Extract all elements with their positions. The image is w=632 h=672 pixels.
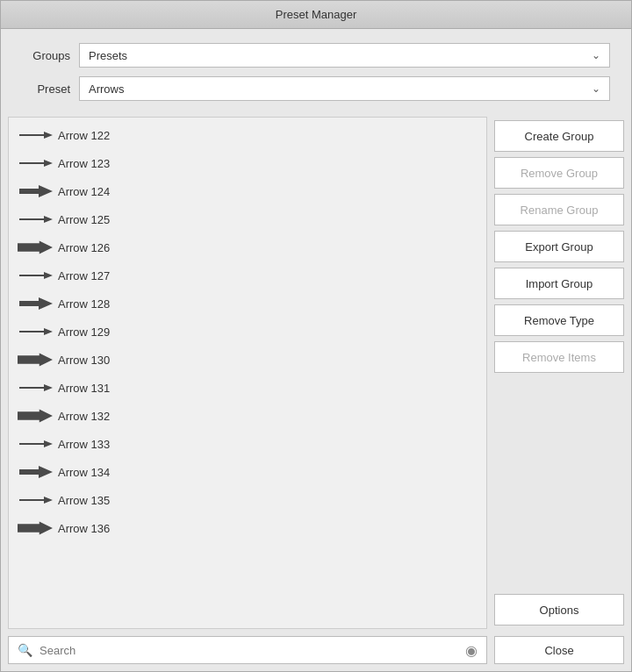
preset-list-scroll[interactable]: Arrow 122 Arrow 123 Arrow 124 Arrow 125 …: [9, 118, 486, 628]
remove-items-button: Remove Items: [494, 341, 624, 373]
preset-value: Arrows: [89, 82, 124, 96]
list-item[interactable]: Arrow 124: [9, 177, 486, 205]
svg-rect-14: [19, 469, 40, 475]
svg-marker-5: [18, 240, 53, 254]
arrow-shape-icon: [18, 267, 53, 284]
list-item[interactable]: Arrow 125: [9, 205, 486, 233]
svg-marker-0: [19, 132, 53, 139]
remove-type-button[interactable]: Remove Type: [494, 304, 624, 336]
arrow-shape-icon: [18, 182, 53, 200]
export-group-button[interactable]: Export Group: [494, 231, 624, 262]
list-item-label: Arrow 131: [58, 382, 110, 395]
list-item-label: Arrow 129: [58, 325, 110, 339]
buttons-panel: Create GroupRemove GroupRename GroupExpo…: [494, 117, 624, 629]
arrow-shape-icon: [18, 211, 53, 228]
chevron-down-icon: ⌄: [592, 82, 600, 95]
list-item[interactable]: Arrow 136: [9, 514, 486, 542]
list-item[interactable]: Arrow 127: [9, 261, 486, 290]
arrow-shape-icon: [18, 239, 53, 256]
svg-rect-7: [19, 301, 40, 306]
list-item-label: Arrow 133: [58, 438, 110, 451]
bottom-area: 🔍 ◉ Close: [1, 629, 631, 671]
list-item-label: Arrow 123: [58, 157, 110, 170]
list-item[interactable]: Arrow 126: [9, 233, 486, 261]
arrow-shape-icon: [18, 379, 53, 397]
clear-search-icon[interactable]: ◉: [465, 642, 478, 659]
svg-marker-8: [39, 297, 53, 310]
svg-rect-2: [19, 189, 40, 194]
remove-group-button: Remove Group: [494, 157, 624, 189]
title-bar: Preset Manager: [1, 1, 631, 29]
arrow-shape-icon: [18, 407, 53, 425]
svg-marker-12: [18, 409, 53, 422]
search-input[interactable]: [40, 644, 458, 657]
arrow-shape-icon: [18, 491, 53, 509]
list-item-label: Arrow 128: [58, 297, 110, 311]
groups-value: Presets: [89, 49, 127, 62]
list-item[interactable]: Arrow 131: [9, 374, 486, 402]
svg-marker-4: [19, 216, 53, 223]
list-item[interactable]: Arrow 123: [9, 149, 486, 177]
list-item-label: Arrow 126: [58, 241, 110, 254]
close-button[interactable]: Close: [494, 636, 624, 664]
list-item-label: Arrow 134: [58, 466, 110, 479]
svg-marker-3: [39, 185, 53, 197]
arrow-shape-icon: [18, 519, 53, 537]
import-group-button[interactable]: Import Group: [494, 268, 624, 299]
arrow-shape-icon: [18, 295, 53, 312]
svg-marker-1: [19, 160, 53, 167]
svg-marker-17: [18, 521, 53, 534]
arrow-shape-icon: [18, 154, 53, 172]
options-button[interactable]: Options: [494, 594, 624, 626]
main-area: Arrow 122 Arrow 123 Arrow 124 Arrow 125 …: [1, 117, 631, 629]
rename-group-button: Rename Group: [494, 194, 624, 225]
list-item-label: Arrow 124: [58, 185, 110, 198]
list-item[interactable]: Arrow 130: [9, 346, 486, 374]
svg-marker-11: [19, 384, 53, 391]
search-box: 🔍 ◉: [8, 636, 487, 664]
svg-marker-6: [19, 272, 53, 279]
list-item[interactable]: Arrow 132: [9, 402, 486, 430]
chevron-down-icon: ⌄: [592, 49, 600, 61]
list-item-label: Arrow 136: [58, 522, 110, 535]
groups-label: Groups: [22, 49, 70, 62]
list-item-label: Arrow 127: [58, 269, 110, 282]
list-item[interactable]: Arrow 128: [9, 290, 486, 318]
arrow-shape-icon: [18, 435, 53, 453]
list-item[interactable]: Arrow 134: [9, 458, 486, 486]
list-item-label: Arrow 132: [58, 410, 110, 423]
preset-dropdown[interactable]: Arrows ⌄: [79, 76, 610, 101]
preset-row: Preset Arrows ⌄: [22, 76, 610, 101]
arrow-shape-icon: [18, 463, 53, 481]
controls-area: Groups Presets ⌄ Preset Arrows ⌄: [1, 29, 631, 117]
list-item-label: Arrow 125: [58, 213, 110, 226]
spacer: [494, 378, 624, 589]
list-item[interactable]: Arrow 135: [9, 486, 486, 514]
arrow-shape-icon: [18, 351, 53, 368]
create-group-button[interactable]: Create Group: [494, 120, 624, 152]
preset-label: Preset: [22, 82, 70, 96]
arrow-shape-icon: [18, 323, 53, 340]
list-item[interactable]: Arrow 133: [9, 430, 486, 458]
list-item-label: Arrow 122: [58, 129, 110, 142]
svg-marker-15: [39, 466, 53, 478]
preset-manager-dialog: Preset Manager Groups Presets ⌄ Preset A…: [0, 0, 632, 672]
groups-dropdown[interactable]: Presets ⌄: [79, 43, 610, 68]
list-item-label: Arrow 130: [58, 354, 110, 367]
list-item[interactable]: Arrow 122: [9, 121, 486, 149]
svg-marker-10: [18, 353, 53, 366]
arrow-shape-icon: [18, 126, 53, 144]
list-item-label: Arrow 135: [58, 494, 110, 507]
svg-marker-13: [19, 440, 53, 447]
svg-marker-9: [19, 328, 53, 335]
dialog-title: Preset Manager: [276, 8, 357, 21]
svg-marker-16: [19, 497, 53, 504]
groups-row: Groups Presets ⌄: [22, 43, 610, 68]
list-item[interactable]: Arrow 129: [9, 318, 486, 346]
search-icon: 🔍: [18, 643, 32, 657]
preset-list-panel: Arrow 122 Arrow 123 Arrow 124 Arrow 125 …: [8, 117, 487, 629]
